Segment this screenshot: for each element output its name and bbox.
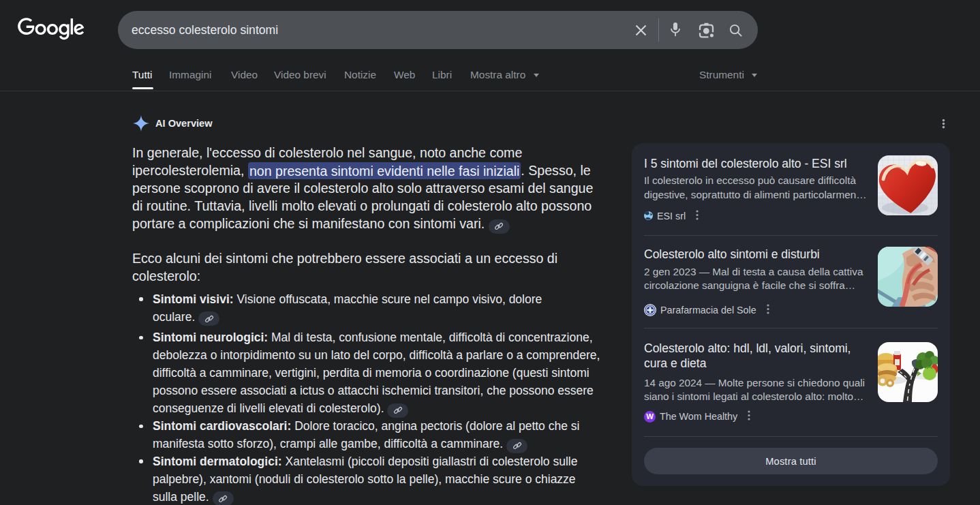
svg-text:W: W	[646, 412, 654, 420]
